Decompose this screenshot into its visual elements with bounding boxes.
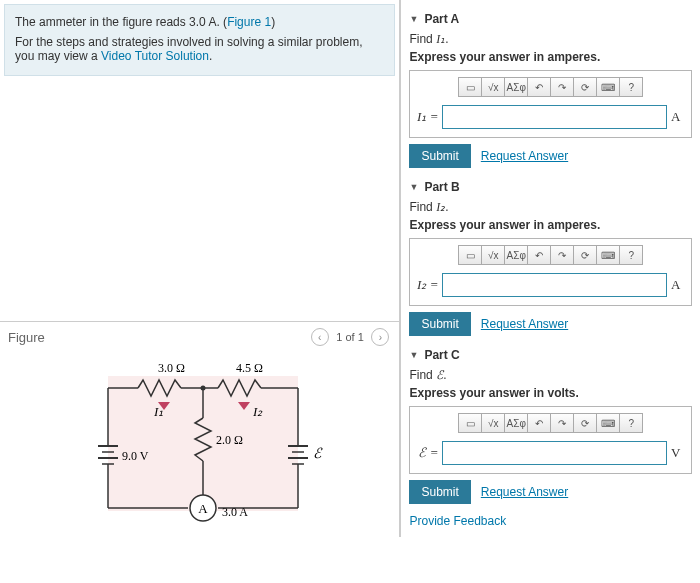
answer-box: ▭√xAΣφ↶↷⟳⌨?I₂ =A [409,238,692,306]
help-icon[interactable]: ? [619,413,643,433]
reset-icon[interactable]: ⟳ [573,77,597,97]
request-answer-link[interactable]: Request Answer [481,485,568,499]
emf-label: ℰ [313,446,323,461]
root-icon[interactable]: √x [481,413,505,433]
problem-text-3: ) [271,15,275,29]
collapse-icon[interactable]: ▼ [409,350,418,360]
r3-label: 2.0 Ω [216,433,243,447]
answer-input[interactable] [442,105,667,129]
equation-label: I₁ = [416,109,438,125]
collapse-icon[interactable]: ▼ [409,14,418,24]
undo-icon[interactable]: ↶ [527,77,551,97]
ammeter-value: 3.0 A [189,15,216,29]
equation-toolbar: ▭√xAΣφ↶↷⟳⌨? [416,245,685,265]
reset-icon[interactable]: ⟳ [573,245,597,265]
part-b: ▼Part BFind I₂.Express your answer in am… [409,180,692,336]
equation-toolbar: ▭√xAΣφ↶↷⟳⌨? [416,413,685,433]
template-icon[interactable]: ▭ [458,77,482,97]
i1-label: I₁ [153,404,163,419]
figure-prev-button[interactable]: ‹ [311,328,329,346]
undo-icon[interactable]: ↶ [527,413,551,433]
circuit-diagram: A [8,358,391,531]
v-label: 9.0 V [122,449,149,463]
figure-heading: Figure [8,330,45,345]
figure-pager-text: 1 of 1 [336,331,364,343]
part-title: Part A [424,12,459,26]
unit-label: A [671,277,685,293]
part-title: Part C [424,348,459,362]
keyboard-icon[interactable]: ⌨ [596,413,620,433]
root-icon[interactable]: √x [481,77,505,97]
express-instruction: Express your answer in volts. [409,386,692,400]
submit-button[interactable]: Submit [409,144,470,168]
r2-label: 4.5 Ω [236,361,263,375]
collapse-icon[interactable]: ▼ [409,182,418,192]
keyboard-icon[interactable]: ⌨ [596,245,620,265]
problem-statement: The ammeter in the figure reads 3.0 A. (… [4,4,395,76]
redo-icon[interactable]: ↷ [550,413,574,433]
answer-input[interactable] [442,441,667,465]
provide-feedback-link[interactable]: Provide Feedback [409,514,692,528]
root-icon[interactable]: √x [481,245,505,265]
express-instruction: Express your answer in amperes. [409,50,692,64]
redo-icon[interactable]: ↷ [550,245,574,265]
keyboard-icon[interactable]: ⌨ [596,77,620,97]
figure-pager: ‹ 1 of 1 › [309,328,392,346]
i2-label: I₂ [252,404,263,419]
equation-label: ℰ = [416,445,438,461]
help-icon[interactable]: ? [619,245,643,265]
symbols-icon[interactable]: AΣφ [504,77,528,97]
ammeter-symbol: A [198,501,208,516]
figure-next-button[interactable]: › [371,328,389,346]
answer-box: ▭√xAΣφ↶↷⟳⌨?ℰ =V [409,406,692,474]
find-prompt: Find ℰ. [409,368,692,383]
redo-icon[interactable]: ↷ [550,77,574,97]
answer-input[interactable] [442,273,667,297]
equation-label: I₂ = [416,277,438,293]
help-icon[interactable]: ? [619,77,643,97]
ammeter-reading: 3.0 A [222,505,248,519]
symbols-icon[interactable]: AΣφ [504,413,528,433]
answer-box: ▭√xAΣφ↶↷⟳⌨?I₁ =A [409,70,692,138]
find-prompt: Find I₁. [409,32,692,47]
r1-label: 3.0 Ω [158,361,185,375]
express-instruction: Express your answer in amperes. [409,218,692,232]
unit-label: A [671,109,685,125]
problem-text-1: The ammeter in the figure reads [15,15,189,29]
reset-icon[interactable]: ⟳ [573,413,597,433]
figure-link[interactable]: Figure 1 [227,15,271,29]
problem-text-2: . ( [216,15,227,29]
request-answer-link[interactable]: Request Answer [481,317,568,331]
svg-point-24 [201,386,206,391]
submit-button[interactable]: Submit [409,312,470,336]
unit-label: V [671,445,685,461]
submit-button[interactable]: Submit [409,480,470,504]
video-tutor-link[interactable]: Video Tutor Solution [101,49,209,63]
part-a: ▼Part AFind I₁.Express your answer in am… [409,12,692,168]
template-icon[interactable]: ▭ [458,245,482,265]
template-icon[interactable]: ▭ [458,413,482,433]
part-title: Part B [424,180,459,194]
symbols-icon[interactable]: AΣφ [504,245,528,265]
strategy-text-2: . [209,49,212,63]
request-answer-link[interactable]: Request Answer [481,149,568,163]
undo-icon[interactable]: ↶ [527,245,551,265]
find-prompt: Find I₂. [409,200,692,215]
part-c: ▼Part CFind ℰ.Express your answer in vol… [409,348,692,504]
equation-toolbar: ▭√xAΣφ↶↷⟳⌨? [416,77,685,97]
